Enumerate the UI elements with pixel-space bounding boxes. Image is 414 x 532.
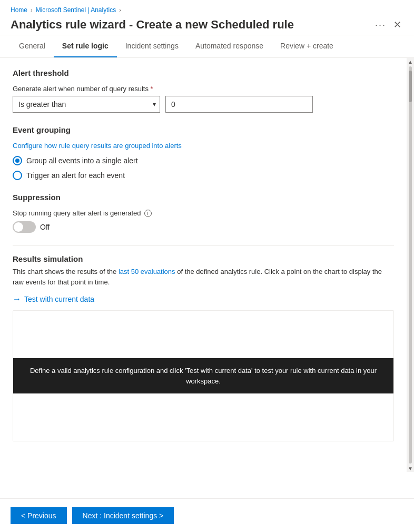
threshold-dropdown[interactable]: Is greater than Is less than Is equal to: [13, 96, 160, 113]
test-link-label: Test with current data: [24, 295, 94, 303]
radio-trigger-each[interactable]: Trigger an alert for each event: [13, 171, 394, 180]
alert-threshold-label: Generate alert when number of query resu…: [13, 85, 394, 93]
results-simulation-title: Results simulation: [13, 254, 394, 263]
title-actions: ··· ✕: [375, 19, 403, 31]
event-grouping-section: Event grouping Configure how rule query …: [13, 125, 394, 180]
test-link-arrow-icon: →: [13, 294, 21, 304]
tab-incident-settings[interactable]: Incident settings: [117, 35, 187, 57]
tab-automated-response[interactable]: Automated response: [187, 35, 272, 57]
results-simulation-section: Results simulation This chart shows the …: [13, 254, 394, 441]
alert-threshold-title: Alert threshold: [13, 68, 394, 77]
event-grouping-title: Event grouping: [13, 125, 394, 134]
previous-button[interactable]: < Previous: [11, 507, 67, 524]
next-button[interactable]: Next : Incident settings >: [72, 507, 174, 524]
event-grouping-info: Configure how rule query results are gro…: [13, 142, 394, 150]
threshold-inputs: Is greater than Is less than Is equal to…: [13, 96, 394, 113]
stop-running-label: Stop running query after alert is genera…: [13, 209, 394, 217]
scroll-down-arrow[interactable]: ▼: [407, 465, 414, 472]
threshold-dropdown-wrapper: Is greater than Is less than Is equal to…: [13, 96, 160, 113]
alert-threshold-section: Alert threshold Generate alert when numb…: [13, 68, 394, 113]
breadcrumb: Home › Microsoft Sentinel | Analytics ›: [11, 6, 403, 14]
close-button[interactable]: ✕: [391, 19, 403, 31]
results-desc-highlight: last 50 evaluations: [119, 268, 175, 275]
threshold-number-input[interactable]: [165, 96, 313, 113]
tabs-bar: General Set rule logic Incident settings…: [0, 35, 414, 58]
scroll-thumb[interactable]: [409, 71, 412, 102]
breadcrumb-sep2: ›: [119, 7, 121, 13]
radio-inner-group-all: [15, 159, 19, 163]
section-divider: [13, 245, 394, 246]
scrollbar[interactable]: ▲ ▼: [407, 58, 414, 472]
chart-container[interactable]: Define a valid analytics rule configurat…: [13, 310, 394, 441]
radio-label-trigger-each: Trigger an alert for each event: [26, 171, 125, 180]
chart-bottom-empty: [13, 393, 393, 441]
chart-message: Define a valid analytics rule configurat…: [13, 358, 393, 393]
breadcrumb-home[interactable]: Home: [11, 6, 27, 14]
more-options-icon[interactable]: ···: [375, 19, 386, 31]
test-with-current-data-link[interactable]: → Test with current data: [13, 294, 394, 304]
suppression-title: Suppression: [13, 193, 394, 202]
breadcrumb-sep1: ›: [31, 7, 33, 13]
scroll-up-arrow[interactable]: ▲: [407, 58, 414, 65]
results-simulation-desc: This chart shows the results of the last…: [13, 267, 394, 287]
radio-label-group-all: Group all events into a single alert: [26, 156, 138, 165]
radio-circle-group-all: [13, 156, 22, 165]
breadcrumb-sentinel[interactable]: Microsoft Sentinel | Analytics: [36, 6, 116, 14]
toggle-off-label: Off: [40, 223, 50, 231]
suppression-toggle[interactable]: [13, 221, 36, 233]
scroll-track[interactable]: [409, 66, 412, 464]
suppression-section: Suppression Stop running query after ale…: [13, 193, 394, 233]
tab-set-rule-logic[interactable]: Set rule logic: [54, 35, 117, 57]
suppression-toggle-row: Off: [13, 221, 394, 233]
main-content: Alert threshold Generate alert when numb…: [0, 58, 407, 472]
radio-circle-trigger-each: [13, 171, 22, 180]
radio-group-all[interactable]: Group all events into a single alert: [13, 156, 394, 165]
results-desc-part1: This chart shows the results of the: [13, 268, 119, 275]
required-indicator: *: [151, 85, 153, 93]
stop-running-info-icon[interactable]: i: [144, 210, 152, 217]
tab-review-create[interactable]: Review + create: [272, 35, 342, 57]
tab-general[interactable]: General: [11, 35, 54, 57]
footer-bar: < Previous Next : Incident settings >: [0, 498, 414, 532]
toggle-knob: [14, 222, 23, 232]
page-title: Analytics rule wizard - Create a new Sch…: [11, 18, 294, 32]
header: Home › Microsoft Sentinel | Analytics › …: [0, 0, 414, 35]
chart-top-empty: [13, 311, 393, 358]
content-area: Alert threshold Generate alert when numb…: [0, 58, 414, 472]
event-grouping-radio-group: Group all events into a single alert Tri…: [13, 156, 394, 180]
